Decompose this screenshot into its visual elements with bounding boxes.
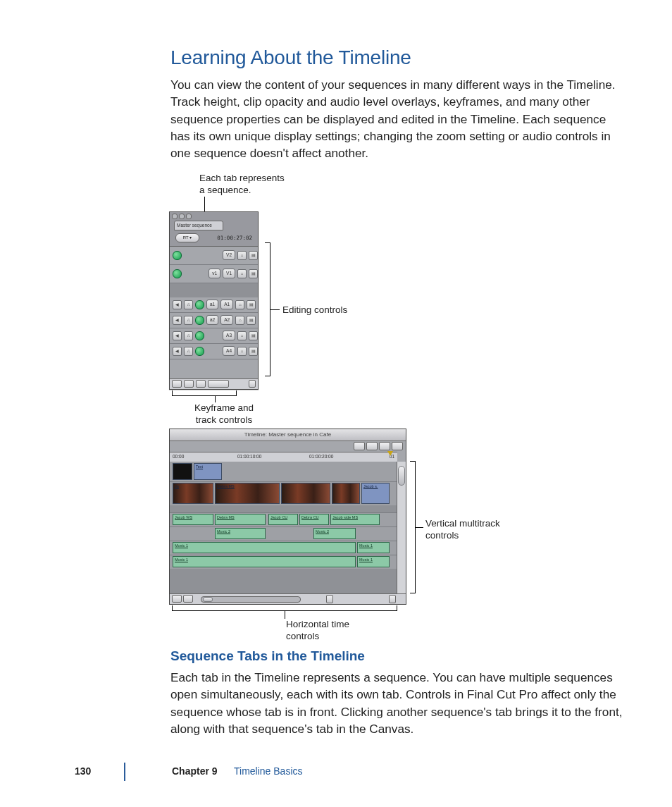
playhead-icon[interactable] (387, 451, 393, 456)
lock-icon[interactable]: ⌂ (237, 331, 247, 340)
clip-video[interactable]: Ja (173, 483, 213, 504)
clip-keyframes-button[interactable] (184, 380, 194, 388)
timecode-display[interactable]: 01:00:27:02 (217, 235, 252, 242)
clip-label: Jacob CU (270, 515, 287, 521)
callout-vertical-leader (415, 527, 423, 528)
track-height-button[interactable] (208, 380, 229, 388)
track-visibility-toggle[interactable] (173, 251, 182, 260)
mute-icon[interactable]: ◀ (173, 331, 182, 340)
dest-a4[interactable]: A4 (223, 346, 235, 356)
heading-learning-about-timeline: Learning About the Timeline (170, 44, 628, 72)
clip-audio[interactable]: Music 2 (313, 528, 356, 539)
chapter-label: Chapter 9 (172, 765, 218, 779)
zoom-slider-thumb[interactable] (203, 597, 213, 602)
scroll-left-icon[interactable] (326, 595, 333, 603)
track-audible-toggle[interactable] (195, 316, 204, 325)
clip-label: Music 1 (359, 543, 373, 549)
timeline-edit-panel: Master sequence RT ▾ 01:00:27:02 V2 ⌂ ▤ (169, 211, 259, 390)
toolbar-button[interactable] (366, 442, 378, 450)
callout-editing-controls: Editing controls (282, 304, 347, 316)
footer-divider (124, 763, 125, 781)
clip-audio[interactable]: Music 1 (357, 556, 390, 567)
callout-horizontal-leader (285, 610, 285, 619)
clip-audio[interactable]: Music 2 (215, 528, 266, 539)
clip-slug[interactable] (173, 463, 192, 480)
clip-label: Debra CU (301, 515, 318, 521)
toolbar-button[interactable] (354, 442, 365, 450)
track-header-area: V2 ⌂ ▤ v1 V1 ⌂ ▤ ◀ ♫ (170, 246, 258, 379)
clip-label: Text (196, 464, 203, 470)
dest-a3[interactable]: A3 (223, 331, 235, 340)
lock-icon[interactable]: ⌂ (235, 316, 244, 325)
solo-icon[interactable]: ♫ (184, 347, 193, 356)
window-min-icon[interactable] (179, 214, 185, 219)
sequence-tab[interactable]: Master sequence (174, 221, 223, 230)
source-v1[interactable]: v1 (209, 269, 220, 278)
mute-icon[interactable]: ◀ (173, 347, 182, 356)
callout-horizontal-controls: Horizontal time controls (286, 618, 371, 643)
clip-audio[interactable]: Debra CU (299, 514, 329, 525)
auto-select-toggle[interactable]: ▤ (247, 316, 256, 325)
lock-icon[interactable]: ⌂ (237, 347, 247, 356)
clip-audio[interactable]: Music 1 (357, 542, 390, 553)
vertical-scrollbar[interactable] (397, 462, 406, 594)
lock-icon[interactable]: ⌂ (235, 300, 244, 309)
track-height-button[interactable] (172, 595, 182, 603)
dest-v2[interactable]: V2 (223, 250, 235, 260)
bracket-keyframe-controls (172, 390, 237, 396)
mute-icon[interactable]: ◀ (173, 316, 182, 325)
dest-a2[interactable]: A2 (220, 315, 233, 325)
auto-select-toggle[interactable]: ▤ (249, 347, 258, 356)
clip-overlays-button[interactable] (196, 380, 206, 388)
source-a1[interactable]: a1 (206, 300, 218, 309)
lock-icon[interactable]: ⌂ (237, 269, 247, 278)
mute-icon[interactable]: ◀ (173, 300, 182, 309)
auto-select-toggle[interactable]: ▤ (249, 331, 258, 340)
clip-audio[interactable]: Jacob CU (268, 514, 298, 525)
callout-keyframe-controls: Keyframe and track controls (185, 402, 263, 426)
window-zoom-icon[interactable] (186, 214, 192, 219)
track-audible-toggle[interactable] (195, 347, 204, 356)
clip-text[interactable]: Text (194, 463, 222, 480)
scroll-right-icon[interactable] (249, 380, 256, 388)
track-visibility-toggle[interactable] (173, 269, 182, 278)
zoom-slider-track[interactable] (201, 596, 301, 603)
track-audible-toggle[interactable] (195, 300, 204, 309)
callout-tab-text: Each tab represents a sequence. (199, 172, 291, 197)
lock-icon[interactable]: ⌂ (237, 251, 247, 260)
toolbar-button[interactable] (392, 442, 403, 450)
clip-label: Music 1 (175, 557, 188, 563)
clip-audio[interactable]: Music 1 (173, 542, 356, 553)
clip-audio[interactable]: Music 1 (173, 556, 356, 567)
scroll-right-icon[interactable] (389, 595, 396, 603)
auto-select-toggle[interactable]: ▤ (249, 251, 258, 260)
clip-audio[interactable]: Jacob side MS (330, 514, 380, 525)
dest-v1[interactable]: V1 (223, 269, 235, 278)
solo-icon[interactable]: ♫ (184, 331, 193, 340)
clip-audio[interactable]: Jacob WS (173, 514, 213, 525)
keyframe-track-controls-bar (170, 378, 258, 389)
clip-label: Jacob WS (175, 515, 192, 521)
scrollbar-thumb[interactable] (398, 466, 405, 486)
clip-video[interactable] (332, 483, 360, 504)
clip-video[interactable]: Debra MS (215, 483, 280, 504)
auto-select-toggle[interactable]: ▤ (249, 269, 258, 278)
solo-icon[interactable]: ♫ (184, 300, 193, 309)
clip-video[interactable] (281, 483, 330, 504)
window-close-icon[interactable] (172, 214, 178, 219)
sequence-tabs-paragraph: Each tab in the Timeline represents a se… (170, 669, 628, 738)
source-a2[interactable]: a2 (206, 315, 218, 325)
clip-video[interactable]: Jacob s. (361, 483, 390, 504)
toolbar-button[interactable] (379, 442, 390, 450)
clip-audio[interactable]: Debra MS (215, 514, 266, 525)
clip-label: Jacob side MS (332, 515, 358, 521)
track-audible-toggle[interactable] (195, 331, 204, 340)
page-footer: 130 Chapter 9 Timeline Basics (0, 763, 672, 779)
clip-label: Music 1 (175, 543, 188, 549)
solo-icon[interactable]: ♫ (184, 316, 193, 325)
rt-menu-button[interactable]: RT ▾ (175, 233, 199, 242)
auto-select-toggle[interactable]: ▤ (247, 300, 256, 309)
track-height-button[interactable] (183, 595, 193, 603)
audio-controls-button[interactable] (172, 380, 182, 388)
dest-a1[interactable]: A1 (220, 300, 233, 309)
